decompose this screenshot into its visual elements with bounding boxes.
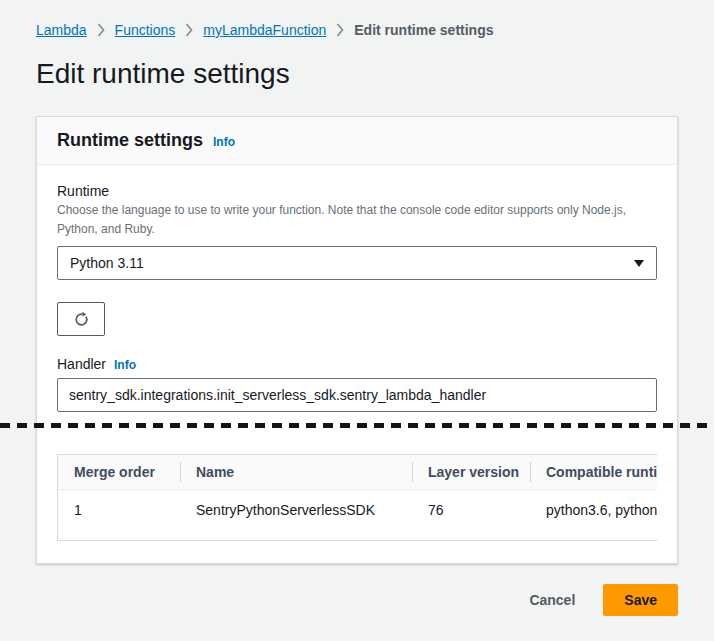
panel-title: Runtime settings	[57, 130, 203, 151]
runtime-description: Choose the language to use to write your…	[57, 201, 657, 238]
runtime-select[interactable]: Python 3.11	[57, 246, 657, 280]
handler-field: Handler Info	[57, 356, 657, 412]
chevron-right-icon	[336, 23, 344, 37]
save-button[interactable]: Save	[603, 584, 678, 616]
chevron-right-icon	[185, 23, 193, 37]
breadcrumb-current: Edit runtime settings	[354, 22, 493, 38]
footer-actions: Cancel Save	[36, 584, 678, 616]
refresh-runtimes-button[interactable]	[57, 302, 105, 336]
page-title: Edit runtime settings	[36, 58, 678, 90]
runtime-label: Runtime	[57, 183, 657, 199]
handler-info-link[interactable]: Info	[114, 358, 136, 372]
cell-layer-version: 76	[412, 490, 530, 541]
cell-compatible-runtimes: python3.6, python3.7	[530, 490, 657, 541]
chevron-right-icon	[97, 23, 105, 37]
table-row: 1 SentryPythonServerlessSDK 76 python3.6…	[58, 490, 657, 541]
panel-body: Runtime Choose the language to use to wr…	[37, 165, 677, 563]
runtime-selected-option: Python 3.11	[70, 255, 144, 271]
handler-input[interactable]	[57, 378, 657, 412]
runtime-settings-info-link[interactable]: Info	[213, 135, 235, 149]
column-header-layer-version: Layer version	[412, 455, 530, 490]
layers-table: Merge order Name Layer version Compatibl…	[58, 455, 657, 540]
breadcrumb-link-lambda[interactable]: Lambda	[36, 22, 87, 38]
breadcrumb-link-functions[interactable]: Functions	[115, 22, 176, 38]
column-header-compatible-runtimes: Compatible runtimes	[530, 455, 657, 490]
layers-table-container: Merge order Name Layer version Compatibl…	[57, 454, 657, 541]
handler-label: Handler	[57, 356, 106, 372]
cell-name: SentryPythonServerlessSDK	[180, 490, 412, 541]
breadcrumb-link-function-name[interactable]: myLambdaFunction	[203, 22, 326, 38]
dashed-cut-line	[0, 423, 714, 428]
column-header-name: Name	[180, 455, 412, 490]
chevron-down-icon	[634, 260, 644, 267]
column-header-merge-order: Merge order	[58, 455, 180, 490]
table-header-row: Merge order Name Layer version Compatibl…	[58, 455, 657, 490]
panel-header: Runtime settings Info	[37, 117, 677, 165]
refresh-icon	[73, 311, 90, 328]
runtime-settings-panel: Runtime settings Info Runtime Choose the…	[36, 116, 678, 564]
breadcrumb: Lambda Functions myLambdaFunction Edit r…	[36, 22, 678, 38]
cell-merge-order: 1	[58, 490, 180, 541]
cancel-button[interactable]: Cancel	[527, 586, 577, 614]
edit-runtime-settings-page: Lambda Functions myLambdaFunction Edit r…	[0, 0, 714, 616]
